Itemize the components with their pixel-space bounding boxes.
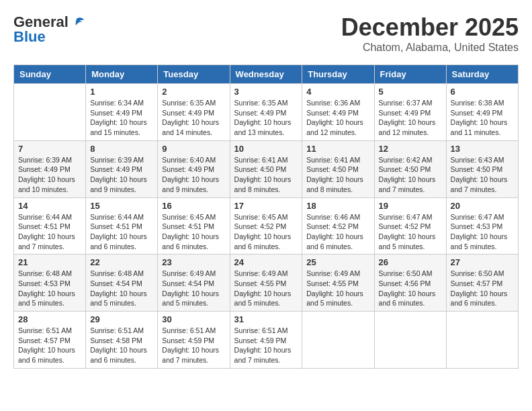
calendar-cell <box>14 84 86 141</box>
day-info: Sunrise: 6:50 AM Sunset: 4:57 PM Dayligh… <box>451 269 514 308</box>
calendar-cell: 14Sunrise: 6:44 AM Sunset: 4:51 PM Dayli… <box>14 197 86 255</box>
calendar-cell: 31Sunrise: 6:51 AM Sunset: 4:59 PM Dayli… <box>230 312 302 369</box>
day-number: 10 <box>234 144 298 154</box>
day-info: Sunrise: 6:35 AM Sunset: 4:49 PM Dayligh… <box>234 98 298 138</box>
day-number: 22 <box>90 257 153 267</box>
day-info: Sunrise: 6:51 AM Sunset: 4:58 PM Dayligh… <box>90 326 153 365</box>
day-number: 7 <box>18 144 81 154</box>
calendar-week-row: 21Sunrise: 6:48 AM Sunset: 4:53 PM Dayli… <box>14 255 519 312</box>
day-info: Sunrise: 6:41 AM Sunset: 4:50 PM Dayligh… <box>234 155 298 195</box>
calendar-week-row: 1Sunrise: 6:34 AM Sunset: 4:49 PM Daylig… <box>14 84 519 141</box>
day-number: 6 <box>451 87 514 97</box>
calendar-cell: 27Sunrise: 6:50 AM Sunset: 4:57 PM Dayli… <box>446 255 518 312</box>
day-info: Sunrise: 6:47 AM Sunset: 4:53 PM Dayligh… <box>451 212 514 252</box>
day-info: Sunrise: 6:51 AM Sunset: 4:59 PM Dayligh… <box>162 326 225 365</box>
weekday-header-friday: Friday <box>374 65 446 84</box>
calendar-cell: 9Sunrise: 6:40 AM Sunset: 4:49 PM Daylig… <box>158 140 230 197</box>
day-number: 21 <box>18 257 81 267</box>
weekday-header-saturday: Saturday <box>446 65 518 84</box>
calendar-cell: 12Sunrise: 6:42 AM Sunset: 4:50 PM Dayli… <box>374 140 446 197</box>
day-number: 3 <box>234 87 298 97</box>
calendar-cell: 7Sunrise: 6:39 AM Sunset: 4:49 PM Daylig… <box>14 140 86 197</box>
day-number: 28 <box>18 314 81 324</box>
day-info: Sunrise: 6:45 AM Sunset: 4:52 PM Dayligh… <box>234 212 298 252</box>
day-number: 25 <box>306 257 369 267</box>
day-info: Sunrise: 6:43 AM Sunset: 4:50 PM Dayligh… <box>451 155 514 195</box>
calendar-cell <box>374 312 446 369</box>
calendar-cell: 26Sunrise: 6:50 AM Sunset: 4:56 PM Dayli… <box>374 255 446 312</box>
calendar-header-row: SundayMondayTuesdayWednesdayThursdayFrid… <box>14 65 519 84</box>
day-number: 13 <box>451 144 514 154</box>
month-title: December 2025 <box>341 13 519 42</box>
day-number: 19 <box>379 201 442 211</box>
calendar-week-row: 14Sunrise: 6:44 AM Sunset: 4:51 PM Dayli… <box>14 197 519 255</box>
day-number: 14 <box>18 201 81 211</box>
title-area: December 2025 Chatom, Alabama, United St… <box>341 13 519 54</box>
calendar-cell: 21Sunrise: 6:48 AM Sunset: 4:53 PM Dayli… <box>14 255 86 312</box>
day-info: Sunrise: 6:38 AM Sunset: 4:49 PM Dayligh… <box>451 98 514 138</box>
weekday-header-tuesday: Tuesday <box>158 65 230 84</box>
calendar-cell: 15Sunrise: 6:44 AM Sunset: 4:51 PM Dayli… <box>86 197 158 255</box>
weekday-header-monday: Monday <box>86 65 158 84</box>
calendar-cell: 13Sunrise: 6:43 AM Sunset: 4:50 PM Dayli… <box>446 140 518 197</box>
calendar-cell: 8Sunrise: 6:39 AM Sunset: 4:49 PM Daylig… <box>86 140 158 197</box>
day-number: 30 <box>162 314 225 324</box>
day-number: 29 <box>90 314 153 324</box>
day-number: 20 <box>451 201 514 211</box>
day-info: Sunrise: 6:34 AM Sunset: 4:49 PM Dayligh… <box>90 98 153 138</box>
day-number: 27 <box>451 257 514 267</box>
calendar-cell: 5Sunrise: 6:37 AM Sunset: 4:49 PM Daylig… <box>374 84 446 141</box>
day-info: Sunrise: 6:47 AM Sunset: 4:52 PM Dayligh… <box>379 212 442 252</box>
calendar-cell: 30Sunrise: 6:51 AM Sunset: 4:59 PM Dayli… <box>158 312 230 369</box>
day-number: 24 <box>234 257 298 267</box>
day-number: 9 <box>162 144 225 154</box>
day-info: Sunrise: 6:48 AM Sunset: 4:53 PM Dayligh… <box>18 269 81 308</box>
calendar-cell: 6Sunrise: 6:38 AM Sunset: 4:49 PM Daylig… <box>446 84 518 141</box>
day-number: 15 <box>90 201 153 211</box>
day-info: Sunrise: 6:39 AM Sunset: 4:49 PM Dayligh… <box>90 155 153 195</box>
day-info: Sunrise: 6:50 AM Sunset: 4:56 PM Dayligh… <box>379 269 442 308</box>
calendar-cell <box>302 312 374 369</box>
day-number: 31 <box>234 314 298 324</box>
calendar-week-row: 28Sunrise: 6:51 AM Sunset: 4:57 PM Dayli… <box>14 312 519 369</box>
logo-text-blue: Blue <box>13 28 46 46</box>
calendar-cell: 19Sunrise: 6:47 AM Sunset: 4:52 PM Dayli… <box>374 197 446 255</box>
calendar-cell: 2Sunrise: 6:35 AM Sunset: 4:49 PM Daylig… <box>158 84 230 141</box>
calendar-table: SundayMondayTuesdayWednesdayThursdayFrid… <box>13 64 519 369</box>
calendar-cell: 17Sunrise: 6:45 AM Sunset: 4:52 PM Dayli… <box>230 197 302 255</box>
calendar-cell: 20Sunrise: 6:47 AM Sunset: 4:53 PM Dayli… <box>446 197 518 255</box>
day-info: Sunrise: 6:42 AM Sunset: 4:50 PM Dayligh… <box>379 155 442 195</box>
day-number: 4 <box>306 87 369 97</box>
day-info: Sunrise: 6:48 AM Sunset: 4:54 PM Dayligh… <box>90 269 153 308</box>
calendar-cell: 23Sunrise: 6:49 AM Sunset: 4:54 PM Dayli… <box>158 255 230 312</box>
calendar-cell: 18Sunrise: 6:46 AM Sunset: 4:52 PM Dayli… <box>302 197 374 255</box>
day-number: 11 <box>306 144 369 154</box>
day-info: Sunrise: 6:51 AM Sunset: 4:57 PM Dayligh… <box>18 326 81 365</box>
day-info: Sunrise: 6:51 AM Sunset: 4:59 PM Dayligh… <box>234 326 298 365</box>
day-info: Sunrise: 6:49 AM Sunset: 4:55 PM Dayligh… <box>234 269 298 308</box>
calendar-cell: 11Sunrise: 6:41 AM Sunset: 4:50 PM Dayli… <box>302 140 374 197</box>
day-info: Sunrise: 6:41 AM Sunset: 4:50 PM Dayligh… <box>306 155 369 195</box>
logo: General Blue <box>13 13 85 46</box>
day-number: 26 <box>379 257 442 267</box>
day-number: 8 <box>90 144 153 154</box>
day-number: 12 <box>379 144 442 154</box>
calendar-cell: 28Sunrise: 6:51 AM Sunset: 4:57 PM Dayli… <box>14 312 86 369</box>
day-number: 1 <box>90 87 153 97</box>
calendar-week-row: 7Sunrise: 6:39 AM Sunset: 4:49 PM Daylig… <box>14 140 519 197</box>
day-number: 17 <box>234 201 298 211</box>
day-info: Sunrise: 6:44 AM Sunset: 4:51 PM Dayligh… <box>18 212 81 252</box>
weekday-header-wednesday: Wednesday <box>230 65 302 84</box>
calendar-cell: 10Sunrise: 6:41 AM Sunset: 4:50 PM Dayli… <box>230 140 302 197</box>
day-number: 23 <box>162 257 225 267</box>
calendar-cell: 22Sunrise: 6:48 AM Sunset: 4:54 PM Dayli… <box>86 255 158 312</box>
day-number: 18 <box>306 201 369 211</box>
day-number: 5 <box>379 87 442 97</box>
day-info: Sunrise: 6:40 AM Sunset: 4:49 PM Dayligh… <box>162 155 225 195</box>
calendar-cell: 1Sunrise: 6:34 AM Sunset: 4:49 PM Daylig… <box>86 84 158 141</box>
day-number: 16 <box>162 201 225 211</box>
calendar-cell: 4Sunrise: 6:36 AM Sunset: 4:49 PM Daylig… <box>302 84 374 141</box>
day-info: Sunrise: 6:36 AM Sunset: 4:49 PM Dayligh… <box>306 98 369 138</box>
calendar-cell: 3Sunrise: 6:35 AM Sunset: 4:49 PM Daylig… <box>230 84 302 141</box>
logo-bird-icon <box>70 16 85 28</box>
